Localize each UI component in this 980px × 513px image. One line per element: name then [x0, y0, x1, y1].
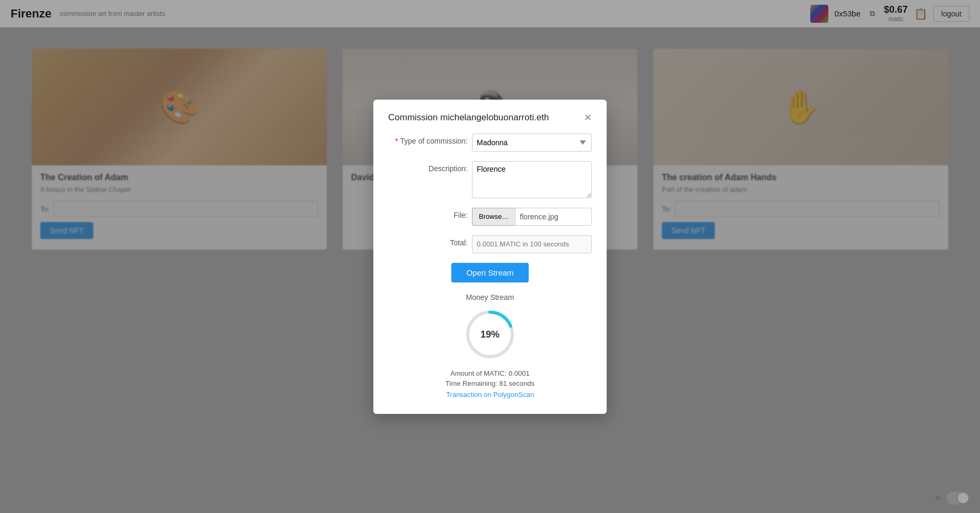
commission-type-row: *Type of commission: Madonna Portrait Fr…: [388, 134, 592, 152]
progress-ring-container: 19%: [463, 308, 517, 361]
modal-title: Commission michelangelobuonarroti.eth: [388, 112, 549, 123]
money-stream-title: Money Stream: [388, 293, 592, 302]
modal-overlay[interactable]: Commission michelangelobuonarroti.eth ✕ …: [0, 0, 980, 513]
money-stream-section: Money Stream 19% Amount of MATIC: 0.0001…: [388, 293, 592, 399]
commission-modal: Commission michelangelobuonarroti.eth ✕ …: [373, 100, 607, 414]
file-name-display: florence.jpg: [515, 208, 592, 226]
commission-type-label: *Type of commission:: [388, 134, 468, 145]
required-star: *: [395, 137, 398, 145]
file-label: File:: [388, 208, 468, 219]
progress-percent-text: 19%: [480, 329, 500, 340]
open-stream-button[interactable]: Open Stream: [451, 263, 528, 282]
commission-type-select[interactable]: Madonna Portrait Fresco Sculpture: [472, 134, 592, 152]
total-row: Total:: [388, 235, 592, 253]
file-browse-button[interactable]: Browse…: [472, 208, 515, 226]
amount-matic-label: Amount of MATIC: 0.0001: [388, 369, 592, 377]
modal-close-button[interactable]: ✕: [584, 113, 592, 122]
polygon-scan-link[interactable]: Transaction on PolygonScan: [446, 391, 534, 399]
file-row: File: Browse… florence.jpg: [388, 208, 592, 226]
file-input-group: Browse… florence.jpg: [472, 208, 592, 226]
description-row: Description: Florence: [388, 161, 592, 198]
total-label: Total:: [388, 235, 468, 247]
time-remaining-label: Time Remaining: 81 seconds: [388, 379, 592, 387]
total-input: [472, 235, 592, 253]
description-textarea[interactable]: Florence: [472, 161, 592, 198]
modal-header: Commission michelangelobuonarroti.eth ✕: [388, 112, 592, 123]
description-label: Description:: [388, 161, 468, 173]
